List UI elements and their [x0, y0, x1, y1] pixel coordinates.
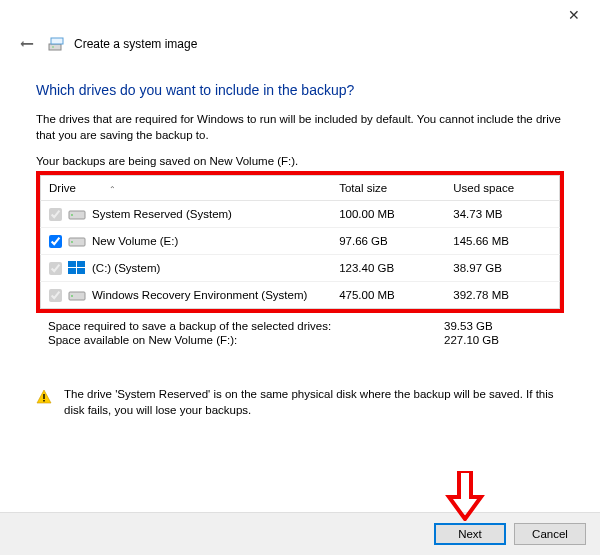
drive-name: System Reserved (System) [92, 208, 232, 220]
svg-rect-9 [68, 268, 76, 274]
drive-checkbox [49, 208, 62, 221]
drive-checkbox [49, 289, 62, 302]
space-required-label: Space required to save a backup of the s… [48, 320, 331, 332]
table-row[interactable]: New Volume (E:)97.66 GB145.66 MB [41, 228, 560, 255]
footer: Next Cancel [0, 512, 600, 555]
page-description: The drives that are required for Windows… [36, 112, 564, 143]
svg-rect-7 [68, 261, 76, 267]
drive-name: Windows Recovery Environment (System) [92, 289, 307, 301]
svg-rect-13 [43, 394, 44, 399]
window-title: Create a system image [74, 37, 197, 51]
drive-name: (C:) (System) [92, 262, 160, 274]
header: 🠔 Create a system image [0, 30, 600, 62]
space-available-value: 227.10 GB [444, 334, 564, 346]
svg-rect-0 [49, 44, 61, 50]
drive-used-space: 145.66 MB [445, 228, 559, 255]
column-header-total[interactable]: Total size [331, 176, 445, 201]
table-row[interactable]: Windows Recovery Environment (System)475… [41, 282, 560, 309]
drive-total-size: 97.66 GB [331, 228, 445, 255]
svg-point-6 [71, 241, 73, 243]
space-summary: Space required to save a backup of the s… [36, 317, 564, 347]
warning-message: The drive 'System Reserved' is on the sa… [36, 387, 564, 418]
space-available-label: Space available on New Volume (F:): [48, 334, 237, 346]
space-required-value: 39.53 GB [444, 320, 564, 332]
warning-text: The drive 'System Reserved' is on the sa… [64, 387, 564, 418]
svg-point-12 [71, 295, 73, 297]
drive-checkbox[interactable] [49, 235, 62, 248]
next-button[interactable]: Next [434, 523, 506, 545]
windows-drive-icon [68, 261, 86, 275]
drive-total-size: 123.40 GB [331, 255, 445, 282]
back-arrow-icon[interactable]: 🠔 [16, 34, 38, 54]
cancel-button[interactable]: Cancel [514, 523, 586, 545]
page-heading: Which drives do you want to include in t… [36, 82, 564, 98]
svg-point-2 [52, 46, 54, 48]
svg-rect-14 [43, 400, 44, 402]
column-header-drive[interactable]: Drive ⌃ [41, 176, 332, 201]
svg-point-4 [71, 214, 73, 216]
drive-icon [68, 207, 86, 221]
drive-table-highlight: Drive ⌃ Total size Used space System Res… [36, 171, 564, 313]
svg-rect-8 [77, 261, 85, 267]
system-image-wizard: ✕ 🠔 Create a system image Which drives d… [0, 0, 600, 555]
drive-total-size: 475.00 MB [331, 282, 445, 309]
system-image-icon [48, 36, 64, 52]
drive-icon [68, 234, 86, 248]
drive-used-space: 34.73 MB [445, 201, 559, 228]
table-row[interactable]: System Reserved (System)100.00 MB34.73 M… [41, 201, 560, 228]
drive-name: New Volume (E:) [92, 235, 178, 247]
titlebar: ✕ [0, 0, 600, 30]
column-header-used[interactable]: Used space [445, 176, 559, 201]
table-row[interactable]: (C:) (System)123.40 GB38.97 GB [41, 255, 560, 282]
drive-total-size: 100.00 MB [331, 201, 445, 228]
close-icon[interactable]: ✕ [560, 3, 588, 27]
drive-used-space: 38.97 GB [445, 255, 559, 282]
sort-caret-icon: ⌃ [109, 185, 116, 194]
drive-checkbox [49, 262, 62, 275]
svg-rect-10 [77, 268, 85, 274]
drive-table: Drive ⌃ Total size Used space System Res… [40, 175, 560, 309]
saving-destination-note: Your backups are being saved on New Volu… [36, 155, 564, 167]
svg-rect-1 [51, 38, 63, 44]
drive-icon [68, 288, 86, 302]
content-area: Which drives do you want to include in t… [0, 62, 600, 512]
warning-icon [36, 389, 52, 405]
drive-used-space: 392.78 MB [445, 282, 559, 309]
